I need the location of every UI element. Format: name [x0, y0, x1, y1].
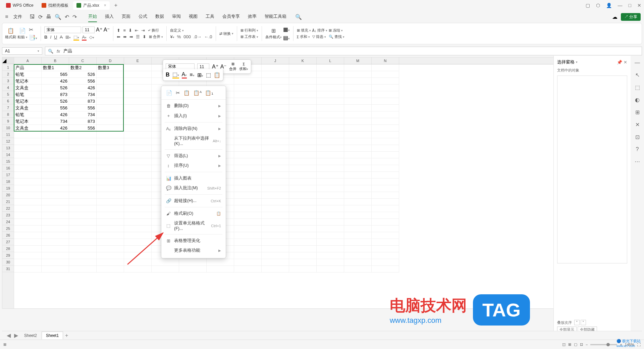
cell[interactable] — [262, 259, 289, 266]
cell[interactable] — [234, 85, 262, 91]
percent-icon[interactable]: % — [177, 34, 181, 39]
cell[interactable] — [14, 239, 42, 246]
row-header[interactable]: 1 — [2, 64, 14, 71]
format-painter-button[interactable]: 📋格式刷 — [5, 28, 16, 40]
cell[interactable] — [14, 145, 42, 152]
cell[interactable] — [344, 78, 372, 85]
row-header[interactable]: 20 — [2, 192, 14, 198]
cell[interactable] — [42, 132, 69, 138]
close-tab-icon[interactable]: × — [104, 3, 106, 8]
cell[interactable] — [42, 232, 69, 239]
cell[interactable] — [344, 252, 372, 259]
cell[interactable] — [14, 172, 42, 179]
cell[interactable] — [317, 152, 344, 158]
status-view2-icon[interactable]: ⊞ — [568, 342, 571, 347]
cell[interactable] — [317, 226, 344, 232]
cell[interactable] — [317, 232, 344, 239]
cell[interactable] — [234, 199, 262, 205]
cm-item[interactable]: ↕排序(U)▶ — [161, 161, 226, 170]
cell[interactable] — [289, 98, 317, 105]
cell[interactable] — [372, 165, 399, 172]
cell[interactable] — [344, 85, 372, 91]
cell[interactable] — [234, 239, 262, 246]
wrap-button[interactable]: ⤶ 换行 — [148, 28, 159, 33]
cell[interactable] — [97, 199, 124, 205]
row-header[interactable]: 9 — [2, 118, 14, 124]
currency-icon[interactable]: ¥▾ — [170, 34, 174, 39]
cell[interactable] — [372, 125, 399, 132]
decrease-font-icon[interactable]: A⁻ — [104, 27, 110, 33]
cell[interactable] — [317, 105, 344, 111]
cell[interactable] — [262, 199, 289, 205]
cell[interactable] — [289, 205, 317, 212]
mini-border-button[interactable]: ⊞▾ — [197, 72, 203, 78]
cell[interactable] — [207, 266, 234, 272]
cell[interactable] — [14, 152, 42, 158]
cell[interactable] — [262, 266, 289, 272]
cell[interactable] — [97, 212, 124, 219]
cell[interactable] — [97, 232, 124, 239]
cell[interactable] — [14, 219, 42, 226]
undo-icon[interactable]: ↶ — [65, 14, 69, 20]
fill-color-button[interactable]: ⬚▾ — [73, 35, 79, 41]
cell[interactable] — [372, 219, 399, 226]
cell[interactable] — [344, 226, 372, 232]
sheet-tab-1[interactable]: Sheet2 — [20, 332, 41, 339]
cell[interactable]: 426 — [42, 125, 69, 132]
mini-format-button[interactable]: ⬚ — [206, 72, 211, 78]
cell[interactable] — [234, 165, 262, 172]
cell[interactable] — [234, 132, 262, 138]
cell[interactable] — [124, 138, 152, 145]
cell[interactable] — [317, 252, 344, 259]
cell[interactable] — [317, 125, 344, 132]
cell[interactable] — [124, 192, 152, 199]
cell[interactable] — [42, 172, 69, 179]
row-header[interactable]: 18 — [2, 178, 14, 185]
cell[interactable] — [289, 199, 317, 205]
cell[interactable] — [42, 266, 69, 272]
cell[interactable] — [14, 199, 42, 205]
cell[interactable] — [372, 259, 399, 266]
cell[interactable] — [234, 125, 262, 132]
cell[interactable] — [344, 64, 372, 71]
cell[interactable]: 734 — [69, 111, 97, 118]
zoom-slider[interactable] — [590, 344, 617, 345]
status-view3-icon[interactable]: ▢ — [574, 342, 577, 347]
cell[interactable] — [289, 64, 317, 71]
cell[interactable] — [97, 78, 124, 85]
cell[interactable] — [289, 226, 317, 232]
sheet-tab-2[interactable]: Sheet1 — [42, 332, 63, 339]
cell[interactable] — [234, 158, 262, 165]
cell[interactable] — [97, 145, 124, 152]
cell[interactable] — [344, 138, 372, 145]
cell[interactable] — [124, 212, 152, 219]
cell[interactable] — [234, 118, 262, 125]
cell[interactable] — [289, 239, 317, 246]
cell[interactable] — [42, 212, 69, 219]
cell[interactable] — [14, 259, 42, 266]
sheet-grid[interactable]: ◢ 12345678910111213141516171819202122232… — [2, 57, 642, 309]
print-icon[interactable]: 🖶 — [46, 14, 51, 20]
row-header[interactable]: 7 — [2, 104, 14, 111]
cell[interactable] — [317, 78, 344, 85]
status-view1-icon[interactable]: ◫ — [562, 342, 566, 347]
cell[interactable] — [14, 158, 42, 165]
cell[interactable] — [344, 165, 372, 172]
cell[interactable] — [344, 91, 372, 98]
cell[interactable] — [262, 85, 289, 91]
sum-button[interactable]: Σ 求和▾ — [297, 34, 311, 39]
row-header[interactable]: 11 — [2, 131, 14, 138]
underline-button[interactable]: U — [54, 35, 57, 41]
cm-item[interactable]: ⊞表格整理美化 — [161, 236, 226, 246]
cell[interactable] — [289, 172, 317, 179]
cell[interactable] — [372, 199, 399, 205]
maximize-button[interactable]: □ — [629, 3, 631, 8]
cell[interactable]: 铅笔 — [14, 111, 42, 118]
cell[interactable] — [124, 226, 152, 232]
cell[interactable] — [97, 71, 124, 78]
collapse-icon[interactable]: — — [635, 60, 640, 66]
cell[interactable] — [234, 212, 262, 219]
cell[interactable] — [124, 152, 152, 158]
cell[interactable] — [69, 232, 97, 239]
mini-bold-button[interactable]: B — [166, 72, 170, 78]
